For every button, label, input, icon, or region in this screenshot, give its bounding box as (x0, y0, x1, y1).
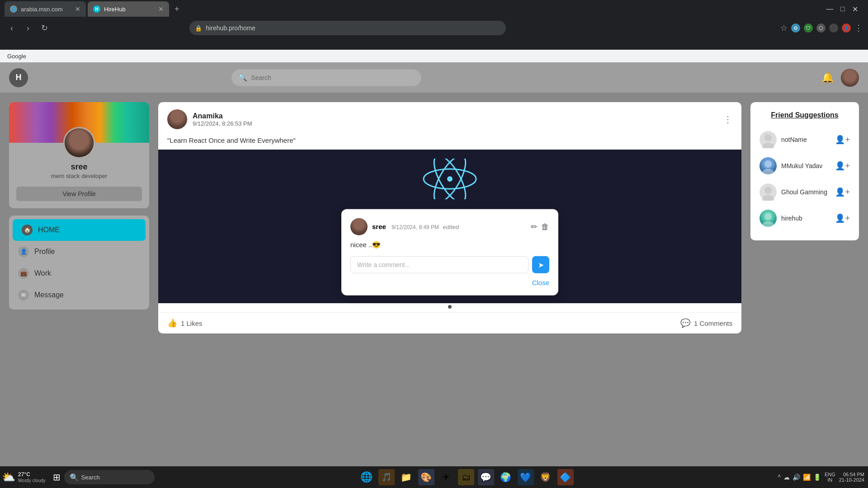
ext-icon-5[interactable]: 👤 (842, 23, 851, 33)
friend-name-4: hirehub (781, 215, 830, 222)
right-sidebar: Friend Suggestions notName 👤+ MMukul Yad… (750, 102, 859, 488)
taskbar-app-telegram[interactable]: ✈ (438, 469, 454, 485)
comment-edited-label: edited (443, 224, 459, 230)
post-footer: 👍 1 Likes 💬 1 Comments (158, 312, 741, 333)
taskbar-cloud-icon[interactable]: ☁ (783, 474, 790, 481)
profile-avatar-wrap (9, 127, 149, 159)
comment-close-button[interactable]: Close (532, 279, 549, 286)
app-logo: H (9, 68, 28, 87)
svg-point-7 (762, 169, 774, 174)
svg-point-10 (764, 213, 772, 220)
tab2-favicon: H (93, 5, 100, 13)
taskbar-speaker-icon[interactable]: 🔊 (793, 474, 800, 481)
comment-edit-icon[interactable]: ✏ (531, 222, 538, 232)
comment-action-icons: ✏ 🗑 (531, 222, 549, 232)
search-input[interactable] (251, 74, 415, 81)
taskbar-app-discord[interactable]: 💬 (478, 469, 494, 485)
taskbar-app-folder[interactable]: 🗂 (458, 469, 474, 485)
comment-delete-icon[interactable]: 🗑 (541, 222, 549, 231)
start-button[interactable]: ⊞ (49, 470, 64, 484)
svg-point-9 (762, 195, 774, 201)
comment-send-button[interactable]: ➤ (532, 256, 549, 273)
notification-bell-icon[interactable]: 🔔 (821, 72, 834, 84)
friend-avatar-4 (760, 210, 777, 227)
comment-input[interactable] (350, 256, 528, 273)
browser-chrome: 🌐 arabia.msn.com ✕ H HireHub ✕ + — □ ✕ ‹… (0, 0, 868, 50)
main-content: sree mern stack developer View Profile 🏠… (0, 93, 868, 488)
menu-icon[interactable]: ⋮ (854, 23, 863, 33)
extension-icons: ☆ ⚙ 🛡 ⬡ ⬛ 👤 ⋮ (780, 23, 863, 33)
taskbar-left: ⛅ 27°C Mostly cloudy (4, 471, 49, 483)
sidebar-item-profile[interactable]: 👤 Profile (9, 241, 149, 263)
add-friend-1-icon[interactable]: 👤+ (835, 135, 850, 145)
user-avatar-header[interactable] (841, 69, 859, 87)
taskbar-app-last[interactable]: 🔷 (557, 469, 574, 485)
taskbar-clock[interactable]: 06:54 PM 21-10-2024 (839, 472, 864, 483)
add-friend-4-icon[interactable]: 👤+ (835, 213, 850, 223)
tab2-close[interactable]: ✕ (158, 5, 164, 13)
new-tab-button[interactable]: + (171, 5, 183, 14)
sidebar-item-home[interactable]: 🏠 HOME (13, 219, 146, 241)
svg-point-11 (762, 221, 774, 227)
svg-point-5 (762, 143, 774, 148)
taskbar-app-edge[interactable]: 🌐 (359, 469, 375, 485)
back-button[interactable]: ‹ (5, 22, 18, 34)
comment-bubble-icon: 💬 (680, 318, 690, 328)
taskbar-battery-icon[interactable]: 🔋 (813, 474, 821, 481)
taskbar-language[interactable]: ENGIN (825, 472, 835, 483)
add-friend-3-icon[interactable]: 👤+ (835, 187, 850, 197)
tab1-close[interactable]: ✕ (75, 5, 80, 13)
tab-bar: 🌐 arabia.msn.com ✕ H HireHub ✕ + — □ ✕ (0, 0, 868, 18)
taskbar-app-vscode[interactable]: 💙 (518, 469, 534, 485)
work-icon: 💼 (18, 268, 29, 279)
star-icon[interactable]: ☆ (780, 23, 788, 33)
ext-icon-1[interactable]: ⚙ (791, 23, 800, 33)
url-bar[interactable]: 🔒 hirehub.pro/home (189, 21, 506, 35)
post-image: React JS sree 9/12/2024, 8:49 PM edited (158, 150, 741, 303)
comment-text: nicee ..😎 (350, 239, 549, 256)
taskbar-search-text: Search (81, 474, 100, 481)
maximize-button[interactable]: □ (840, 5, 845, 14)
work-label: Work (34, 269, 51, 277)
ext-icon-2[interactable]: 🛡 (804, 23, 813, 33)
ext-icon-3[interactable]: ⬡ (816, 23, 826, 33)
ext-icon-4[interactable]: ⬛ (829, 23, 838, 33)
friend-suggestions-card: Friend Suggestions notName 👤+ MMukul Yad… (750, 102, 859, 240)
friend-item-2: MMukul Yadav 👤+ (760, 153, 850, 179)
taskbar-search-bar[interactable]: 🔍 Search (64, 470, 155, 484)
taskbar-app-paint[interactable]: 🎨 (418, 469, 434, 485)
taskbar-date-text: 21-10-2024 (839, 477, 864, 483)
search-bar[interactable]: 🔍 (231, 69, 421, 86)
google-logo: Google (7, 53, 26, 60)
add-friend-2-icon[interactable]: 👤+ (835, 161, 850, 171)
close-button[interactable]: ✕ (852, 5, 858, 14)
taskbar-chevron-icon[interactable]: ^ (778, 474, 781, 481)
taskbar-wifi-icon[interactable]: 📶 (803, 474, 811, 481)
post-user-name: Anamika (193, 112, 718, 120)
tab-msn[interactable]: 🌐 arabia.msn.com ✕ (5, 1, 86, 17)
like-section[interactable]: 👍 1 Likes (167, 318, 203, 328)
taskbar-app-chrome[interactable]: 🌍 (498, 469, 514, 485)
tab-hirehub[interactable]: H HireHub ✕ (88, 1, 169, 17)
view-profile-button[interactable]: View Profile (16, 187, 142, 201)
taskbar-system-icons: ^ ☁ 🔊 📶 🔋 (778, 474, 821, 481)
dot-1 (448, 305, 452, 309)
profile-title: mern stack developer (16, 173, 142, 179)
post-user-avatar (167, 109, 187, 129)
profile-avatar-face (65, 128, 94, 157)
refresh-button[interactable]: ↻ (38, 22, 51, 34)
comments-section[interactable]: 💬 1 Comments (680, 318, 732, 328)
friend-item-1: notName 👤+ (760, 127, 850, 153)
svg-point-6 (764, 160, 772, 168)
friend-item-4: hirehub 👤+ (760, 205, 850, 231)
post-text: "Learn React Once and Write Everywhere" (158, 136, 741, 150)
taskbar-app-files[interactable]: 🎵 (378, 469, 395, 485)
friend-name-3: Ghoul Gamming (781, 188, 830, 196)
taskbar-app-explorer[interactable]: 📁 (398, 469, 415, 485)
minimize-button[interactable]: — (826, 5, 833, 14)
taskbar-app-brave[interactable]: 🦁 (538, 469, 554, 485)
post-menu-icon[interactable]: ⋮ (723, 114, 732, 125)
sidebar-item-message[interactable]: ✉ Message (9, 284, 149, 306)
forward-button[interactable]: › (22, 22, 34, 34)
sidebar-item-work[interactable]: 💼 Work (9, 263, 149, 284)
